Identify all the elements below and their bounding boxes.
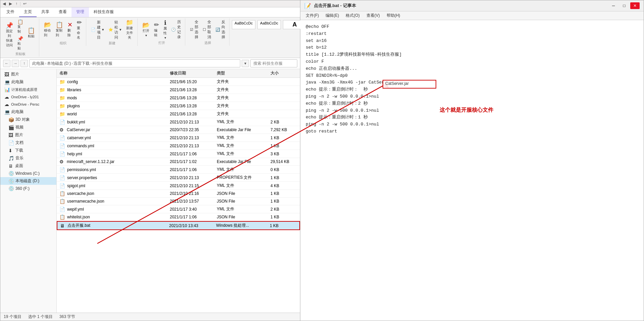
file-icon: 📁 (59, 95, 65, 101)
address-bar: ← → ↑ 此电脑 › 本地磁盘 (D:) › 迅雷下载 › 科技生存服 ▾ (0, 58, 300, 69)
file-row-startserver[interactable]: 🖥 点击开服.bat 2021/2/10 13:43 Windows 批处理..… (57, 221, 300, 230)
file-row-mcserver[interactable]: ⚙minecraft_server.1.12.2.jar 2021/1/17 1… (57, 158, 300, 166)
sidebar-item-d[interactable]: 💿 本地磁盘 (D:) (0, 177, 56, 185)
file-row-mods[interactable]: 📁mods 2021/3/6 13:28 文件夹 (57, 94, 300, 102)
sidebar-item-pc[interactable]: 💻 此电脑 (0, 108, 56, 116)
pin-button[interactable]: 📌 固定到 快速访问 (4, 21, 15, 49)
ribbon-group-open: 📂 打开 ▾ ✏ 编辑 ℹ 属性 ▾ 🕐 历史记 (138, 18, 185, 46)
invert-select-button[interactable]: 🔄 反向选择 (213, 18, 227, 41)
file-row-catserveryml[interactable]: 📄catserver.yml 2021/2/10 21:13 YML 文件 1 … (57, 134, 300, 142)
copy-to-button[interactable]: 📋 复制到 (54, 21, 65, 39)
file-row-bukkit[interactable]: 📄bukkit.yml 2021/2/10 21:13 YML 文件 2 KB (57, 118, 300, 126)
file-list-body: 📁config 2021/9/6 15:20 文件夹 📁libraries 20… (57, 78, 300, 313)
file-type: Executable Jar File (217, 159, 270, 164)
forward-button[interactable]: → (12, 60, 19, 67)
address-dropdown[interactable]: ▾ (242, 60, 249, 67)
tab-view[interactable]: 查看 (54, 7, 71, 17)
menu-file[interactable]: 文件(F) (303, 12, 321, 19)
file-row-wepif[interactable]: 📄wepif.yml 2021/1/17 3:40 YML 文件 2 KB (57, 205, 300, 213)
file-row-plugins[interactable]: 📁plugins 2021/3/6 13:28 文件夹 (57, 102, 300, 110)
quick-access-arrow1[interactable]: ◀ (2, 1, 7, 6)
paste-button[interactable]: 📌 粘贴 (15, 35, 25, 52)
file-row-catserver[interactable]: ⚙CatServer.jar 2020/7/23 22:35 Executabl… (57, 126, 300, 134)
music-label: 音乐 (15, 155, 23, 161)
file-row-world[interactable]: 📁world 2021/3/6 13:28 文件夹 (57, 110, 300, 118)
quick-access-up[interactable]: ↑ (14, 1, 18, 6)
menu-format[interactable]: 格式(O) (343, 12, 362, 19)
quick-access-arrow2[interactable]: ▶ (8, 1, 13, 6)
maximize-button[interactable]: □ (620, 2, 629, 9)
file-row-commands[interactable]: 📄commands.yml 2021/2/10 21:13 YML 文件 1 K… (57, 142, 300, 150)
status-selected: 选中 1 个项目 (28, 314, 53, 320)
pc-icon: 💻 (4, 109, 10, 115)
close-button[interactable]: ✕ (630, 2, 640, 9)
tab-home[interactable]: 主页 (19, 7, 37, 17)
rename-button[interactable]: ✏ 重命名 (75, 18, 84, 41)
file-date: 2020/7/23 22:35 (170, 127, 217, 132)
sidebar-item-pictures[interactable]: 🖼 图片 (0, 70, 56, 78)
file-icon: 📋 (59, 214, 65, 220)
sidebar-item-video[interactable]: 🎬 视频 (0, 123, 56, 131)
tab-share[interactable]: 共享 (37, 7, 54, 17)
properties-button[interactable]: ℹ 属性 ▾ (161, 19, 169, 41)
tab-app-tools[interactable]: 科技生存服 (89, 7, 118, 17)
file-row-help[interactable]: 📄help.yml 2021/1/17 1:06 YML 文件 3 KB (57, 150, 300, 158)
file-size: 0 KB (270, 167, 297, 172)
f-label: 360 (F:) (15, 186, 30, 191)
back-button[interactable]: ← (3, 60, 10, 67)
deselect-all-button[interactable]: ☐ 全部取消 (201, 18, 213, 41)
file-row-serverprops[interactable]: 📄server.properties 2021/2/10 21:13 PROPE… (57, 174, 300, 182)
menu-view[interactable]: 查看(V) (364, 12, 383, 19)
file-size: 7,292 KB (270, 127, 297, 132)
quick-access-undo[interactable]: ↩ (22, 1, 28, 6)
file-row-usercache[interactable]: 📋usercache.json 2021/2/10 21:16 JSON Fil… (57, 190, 300, 198)
sidebar-item-onedrive2[interactable]: ☁ OneDrive - Persc (0, 101, 56, 108)
path-d: 本地磁盘 (D:) (47, 61, 71, 66)
sidebar-item-c[interactable]: 💿 Windows (C:) (0, 170, 56, 177)
copy-button[interactable]: 📋 复制 (15, 18, 25, 35)
file-date: 2021/1/17 1:06 (170, 167, 217, 172)
file-icon: 📁 (59, 103, 65, 109)
sidebar-item-downloads[interactable]: ⬇ 下载 (0, 147, 56, 154)
notepad-content[interactable]: @echo OFF :restart set a=16 set b=12 tit… (300, 20, 644, 321)
sidebar-item-music[interactable]: 🎵 音乐 (0, 154, 56, 162)
sidebar-item-f[interactable]: 💿 360 (F:) (0, 185, 56, 192)
paste-main-button[interactable]: 📋 粘贴 (26, 26, 37, 44)
tab-manage[interactable]: 管理 (71, 7, 89, 17)
desktop-icon: 🖥 (8, 163, 14, 169)
startserver-icon: 🖥 (60, 223, 65, 228)
file-row-usernamecache[interactable]: 📋usernamecache.json 2021/2/10 13:57 JSON… (57, 198, 300, 205)
menu-edit[interactable]: 编辑(E) (323, 12, 342, 19)
sidebar-item-desktop[interactable]: 🖥 桌面 (0, 162, 56, 170)
minimize-button[interactable]: ─ (609, 2, 618, 9)
file-row-whitelist[interactable]: 📋whitelist.json 2021/1/17 1:06 JSON File… (57, 213, 300, 221)
new-folder-button[interactable]: 📁 新建 文件夹 (124, 18, 135, 41)
new-item-button[interactable]: 📄 新建项目 ▾ (89, 19, 106, 41)
clipboard-buttons: 📌 固定到 快速访问 📋 复制 📌 粘贴 (4, 18, 37, 52)
file-row-libraries[interactable]: 📁libraries 2021/3/6 13:28 文件夹 (57, 86, 300, 94)
sidebar-item-comparch[interactable]: 📊 计算机组成原理 (0, 86, 56, 93)
file-row-config[interactable]: 📁config 2021/9/6 15:20 文件夹 (57, 78, 300, 86)
menu-help[interactable]: 帮助(H) (384, 12, 403, 19)
open-button[interactable]: 📂 打开 ▾ (140, 21, 152, 38)
sidebar-item-pic2[interactable]: 🖼 图片 (0, 131, 56, 139)
edit-button[interactable]: ✏ 编辑 (152, 21, 161, 39)
sidebar-item-3d[interactable]: 📦 3D 对象 (0, 116, 56, 123)
delete-button[interactable]: ✕ 删除 (65, 21, 75, 39)
tab-file[interactable]: 文件 (2, 7, 19, 17)
address-path[interactable]: 此电脑 › 本地磁盘 (D:) › 迅雷下载 › 科技生存服 (29, 59, 240, 67)
file-row-spigot[interactable]: 📄spigot.yml 2021/2/10 21:15 YML 文件 4 KB (57, 182, 300, 190)
d-label: 本地磁盘 (D:) (15, 178, 39, 184)
up-button[interactable]: ↑ (20, 60, 28, 67)
style-sample-2[interactable]: AaBbCcDc (257, 20, 281, 29)
sidebar-item-thispc[interactable]: 💻 此电脑 (0, 78, 56, 86)
style-sample-1[interactable]: AaBbCcDc (232, 20, 255, 29)
search-input[interactable] (250, 59, 297, 67)
file-row-permissions[interactable]: 📄permissions.yml 2021/1/17 1:06 YML 文件 0… (57, 166, 300, 174)
history-button[interactable]: 🕐 历史记录 (169, 18, 183, 41)
sidebar-item-docs[interactable]: 📄 文档 (0, 139, 56, 147)
move-to-button[interactable]: 📂 移动到 (42, 21, 53, 39)
easy-access-button[interactable]: ⭐ 轻松访问 ▾ (106, 19, 123, 41)
sidebar-item-onedrive1[interactable]: ☁ OneDrive - ly201 (0, 93, 56, 101)
select-all-button[interactable]: ☑ 全部选择 (188, 18, 200, 41)
